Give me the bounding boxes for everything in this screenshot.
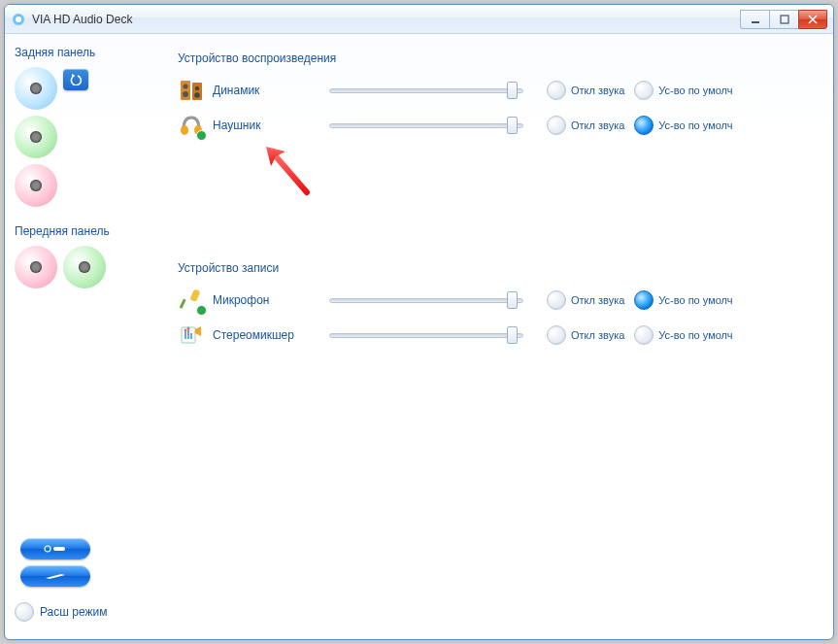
window-controls [740, 10, 827, 29]
mute-option[interactable]: Откл звука [547, 116, 624, 135]
back-button[interactable] [63, 69, 88, 90]
window-title: VIA HD Audio Deck [32, 13, 734, 26]
mute-radio[interactable] [547, 116, 566, 135]
device-name: Динамик [213, 84, 329, 97]
svg-rect-15 [180, 298, 186, 308]
playback-title: Устройство воспроизведения [178, 51, 820, 65]
svg-point-1 [16, 17, 21, 22]
rear-port-1[interactable] [15, 67, 57, 110]
svg-rect-14 [189, 288, 200, 302]
svg-point-4 [45, 546, 50, 552]
mute-radio[interactable] [547, 81, 566, 100]
default-option[interactable]: Ус-во по умолч [634, 81, 732, 100]
microphone-icon [178, 287, 205, 314]
front-port-1[interactable] [15, 246, 57, 288]
svg-rect-5 [53, 547, 65, 551]
svg-point-12 [181, 125, 188, 135]
playback-section: Устройство воспроизведения Динамик Откл … [178, 51, 820, 141]
device-name: Наушник [213, 119, 329, 132]
mute-label: Откл звука [571, 294, 624, 306]
device-name: Стереомикшер [213, 328, 329, 342]
default-label: Ус-во по умолч [658, 85, 732, 96]
default-label: Ус-во по умолч [658, 294, 732, 306]
default-option[interactable]: Ус-во по умолч [634, 290, 732, 310]
mute-radio[interactable] [547, 290, 566, 310]
volume-slider[interactable] [329, 328, 523, 342]
front-panel-label: Передняя панель [15, 224, 160, 238]
default-radio[interactable] [634, 325, 654, 345]
default-radio[interactable] [634, 290, 654, 310]
default-option[interactable]: Ус-во по умолч [634, 116, 732, 135]
extended-mode-toggle[interactable]: Расш режим [15, 602, 107, 622]
device-row-headphone: Наушник Откл звука Ус-во по умолч [178, 110, 820, 141]
app-window: VIA HD Audio Deck Задняя панель Передняя… [4, 4, 834, 640]
svg-point-8 [183, 91, 188, 97]
extended-mode-radio[interactable] [15, 602, 34, 622]
extended-mode-label: Расш режим [40, 605, 107, 619]
device-name: Микрофон [213, 293, 329, 307]
client-area: Задняя панель Передняя панель [5, 34, 833, 639]
app-icon [11, 12, 26, 27]
close-button[interactable] [798, 10, 827, 29]
tool-button-2[interactable] [20, 565, 90, 587]
main-panel: Устройство воспроизведения Динамик Откл … [170, 34, 833, 639]
maximize-button[interactable] [769, 10, 798, 29]
recording-section: Устройство записи Микрофон Откл звука Ус… [178, 261, 820, 351]
device-row-microphone: Микрофон Откл звука Ус-во по умолч [178, 285, 820, 316]
mute-label: Откл звука [571, 329, 624, 341]
svg-point-17 [184, 329, 187, 332]
recording-title: Устройство записи [178, 261, 820, 275]
rear-port-2[interactable] [15, 116, 57, 158]
mute-label: Откл звука [571, 119, 624, 131]
mute-label: Откл звука [571, 85, 624, 96]
default-label: Ус-во по умолч [658, 119, 732, 131]
headphone-icon [178, 112, 205, 139]
svg-point-18 [187, 327, 190, 330]
svg-rect-2 [752, 21, 759, 23]
tool-button-1[interactable] [20, 538, 90, 559]
speaker-icon [178, 77, 205, 104]
active-badge-icon [196, 305, 207, 316]
active-badge-icon [196, 130, 207, 141]
default-option[interactable]: Ус-во по умолч [634, 325, 732, 345]
stereomix-icon [178, 322, 205, 349]
default-radio[interactable] [634, 116, 654, 135]
sidebar: Задняя панель Передняя панель [5, 34, 170, 639]
default-label: Ус-во по умолч [658, 329, 732, 341]
front-port-2[interactable] [63, 246, 106, 288]
volume-slider[interactable] [329, 119, 523, 132]
titlebar[interactable]: VIA HD Audio Deck [5, 5, 833, 34]
volume-slider[interactable] [329, 293, 523, 307]
default-radio[interactable] [634, 81, 654, 100]
toolbar-buttons [20, 538, 90, 587]
svg-rect-3 [781, 16, 788, 23]
rear-panel-label: Задняя панель [15, 46, 160, 59]
device-row-speaker: Динамик Откл звука Ус-во по умолч [178, 75, 820, 106]
svg-point-7 [184, 85, 188, 89]
rear-port-3[interactable] [15, 164, 57, 207]
svg-point-11 [194, 92, 200, 98]
device-row-stereomix: Стереомикшер Откл звука Ус-во по умолч [178, 320, 820, 351]
mute-option[interactable]: Откл звука [547, 290, 624, 310]
volume-slider[interactable] [329, 84, 523, 97]
minimize-button[interactable] [740, 10, 769, 29]
mute-option[interactable]: Откл звука [547, 81, 624, 100]
mute-radio[interactable] [547, 325, 566, 345]
svg-point-10 [195, 86, 199, 90]
mute-option[interactable]: Откл звука [547, 325, 624, 345]
